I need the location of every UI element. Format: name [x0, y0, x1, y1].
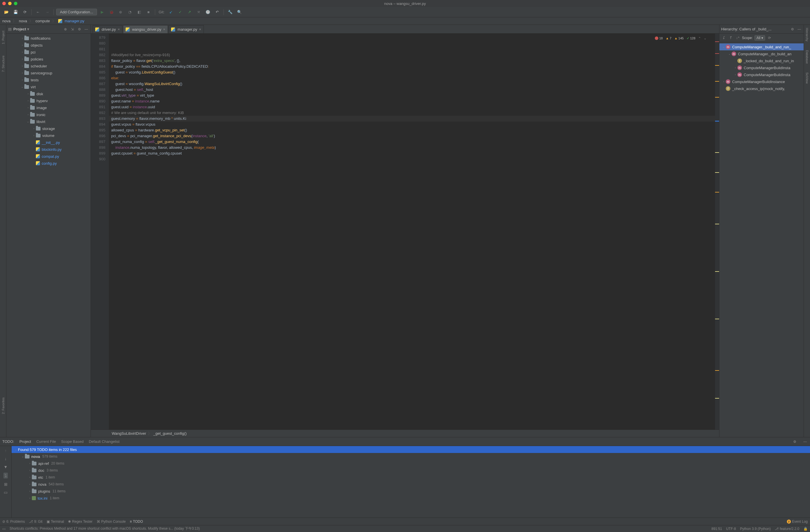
back-icon[interactable]: ←	[34, 8, 42, 16]
tree-row[interactable]: ›servicegroup	[6, 69, 91, 77]
git-history-icon[interactable]: 🕐	[204, 8, 212, 16]
code-line[interactable]: guest.name = instance.name	[111, 98, 715, 104]
todo-tab-changelist[interactable]: Default Changelist	[89, 439, 119, 444]
expander-icon[interactable]: ›	[20, 51, 24, 53]
tree-row[interactable]: ⌄virt	[6, 83, 91, 90]
sort-icon[interactable]: ↓ᴬ	[735, 35, 740, 41]
tool-window-button[interactable]: ▣Terminal	[47, 519, 64, 523]
expander-icon[interactable]: ›	[32, 127, 36, 130]
code-line[interactable]: allowed_cpus = hardware.get_vcpu_pin_set…	[111, 127, 715, 133]
autoscroll-icon[interactable]: ⤵	[3, 473, 8, 479]
save-icon[interactable]: 💾	[12, 8, 20, 16]
down-icon[interactable]: ⌄	[704, 35, 706, 41]
settings-icon[interactable]: ⚙	[790, 27, 795, 32]
code-line[interactable]: flavor_policy = flavor.get('extra_specs'…	[111, 58, 715, 64]
close-tab-icon[interactable]: ✕	[163, 28, 165, 31]
git-push-icon[interactable]: ↗	[185, 8, 193, 16]
hierarchy-tool-tab[interactable]: Hierarchy	[805, 28, 809, 42]
tree-row[interactable]: ›pci	[6, 49, 91, 55]
concurrency-icon[interactable]: ◧	[135, 8, 143, 16]
hierarchy-row[interactable]: ⌄mComputeManager._build_and_run_	[719, 44, 804, 50]
tree-row[interactable]: ›scheduler	[6, 63, 91, 69]
todo-tab-scope[interactable]: Scope Based	[61, 439, 83, 444]
tree-row[interactable]: compat.py	[6, 153, 91, 160]
up-icon[interactable]: ⌃	[698, 35, 701, 41]
project-view-dropdown[interactable]: Project	[13, 27, 29, 31]
tree-row[interactable]: config.py	[6, 160, 91, 167]
tree-row[interactable]: ⌄libvirt	[6, 118, 91, 125]
expander-icon[interactable]: ⌄	[21, 455, 25, 458]
code-line[interactable]: guest.memory = flavor.memory_mb * units.…	[109, 116, 715, 122]
tool-window-button[interactable]: ⊘6: Problems	[2, 519, 25, 523]
code-line[interactable]: guest_numa_config = self._get_guest_numa…	[111, 139, 715, 145]
code-line[interactable]: guest.virt_type = virt_type	[111, 93, 715, 98]
class-crumb[interactable]: WangSuLibvirtDriver	[112, 431, 146, 436]
maximize-window-icon[interactable]	[14, 2, 17, 5]
prev-todo-icon[interactable]: ↑	[5, 448, 7, 453]
filter-icon[interactable]: ▼	[4, 465, 8, 469]
hierarchy-row[interactable]: ›mComputeManagerBuildInstance	[719, 78, 804, 85]
tree-row[interactable]: blockinfo.py	[6, 146, 91, 153]
tree-row[interactable]: ›objects	[6, 42, 91, 49]
todo-row[interactable]: ⌄nova579 items	[12, 453, 810, 460]
todo-row[interactable]: ›plugins11 items	[12, 488, 810, 495]
close-tab-icon[interactable]: ✕	[117, 28, 120, 31]
todo-row[interactable]: ›nova543 items	[12, 481, 810, 488]
refresh-icon[interactable]: ⟳	[767, 35, 772, 41]
search-icon[interactable]: 🔍	[236, 8, 243, 16]
method-crumb[interactable]: _get_guest_config()	[153, 431, 187, 436]
todo-row[interactable]: ›tox.ini1 item	[12, 495, 810, 502]
expander-icon[interactable]: ›	[28, 483, 32, 486]
locate-icon[interactable]: ⊕	[63, 27, 68, 32]
tree-row[interactable]: ›tests	[6, 77, 91, 83]
lock-icon[interactable]: 🔒	[803, 527, 808, 531]
hierarchy-row[interactable]: ›mComputeManagerBuildInsta	[719, 64, 804, 71]
expander-icon[interactable]: ›	[26, 113, 30, 116]
code-line[interactable]: instance.numa_topology, flavor, allowed_…	[111, 145, 715, 150]
tree-row[interactable]: __init__.py	[6, 139, 91, 146]
git-branch[interactable]: ⎇ feature/2.2.0	[775, 527, 799, 531]
scope-dropdown[interactable]: All ▾	[755, 35, 765, 41]
expander-icon[interactable]: ›	[28, 462, 32, 465]
code-line[interactable]: guest.uuid = instance.uuid	[111, 104, 715, 110]
hierarchy-row[interactable]: f_check_access_ip(mock_notify,	[719, 85, 804, 92]
sync-icon[interactable]: ⟳	[21, 8, 29, 16]
interpreter[interactable]: Python 3.9 (Python)	[740, 527, 771, 531]
expander-icon[interactable]: ›	[20, 37, 24, 40]
expander-icon[interactable]: ›	[32, 134, 36, 137]
expander-icon[interactable]: ›	[20, 44, 24, 47]
favorites-tool-tab[interactable]: 2: Favorites	[1, 398, 5, 414]
group-icon[interactable]: ⊞	[4, 482, 7, 486]
expander-icon[interactable]: ›	[28, 490, 32, 493]
database-tool-tab[interactable]: Database	[805, 50, 809, 64]
code-line[interactable]: else:	[111, 75, 715, 81]
hide-icon[interactable]: —	[797, 27, 802, 32]
hierarchy-tree[interactable]: ⌄mComputeManager._build_and_run_⌄mComput…	[719, 42, 804, 437]
settings-icon[interactable]: ⚙	[77, 27, 82, 32]
tool-window-button[interactable]: ⌘Python Console	[97, 519, 126, 523]
hierarchy-row[interactable]: ⌄mComputeManager._do_build_an	[719, 50, 804, 57]
hide-icon[interactable]: —	[803, 439, 808, 444]
expander-icon[interactable]: ›	[20, 71, 24, 75]
run-config-dropdown[interactable]: Add Configuration...	[56, 9, 97, 15]
git-rollback-icon[interactable]: ↶	[213, 8, 221, 16]
expander-icon[interactable]: ›	[28, 476, 32, 479]
tool-window-button[interactable]: ≡TODO	[130, 519, 143, 523]
code-line[interactable]: guest = wsconfig.WangSuLibvirtConfig()	[111, 81, 715, 87]
code-line[interactable]: guest.vcpus = flavor.vcpus	[111, 122, 715, 127]
todo-tab-current[interactable]: Current File	[36, 439, 56, 444]
expander-icon[interactable]: ›	[26, 92, 30, 95]
tool-window-button[interactable]: ✱Regex Tester	[68, 519, 92, 523]
expander-icon[interactable]: ⌄	[722, 46, 726, 48]
breadcrumb-item[interactable]: compute	[35, 19, 50, 23]
expander-icon[interactable]: ›	[722, 80, 726, 83]
ide-menu-icon[interactable]: ▭	[2, 527, 5, 531]
git-commit-icon[interactable]: ✓	[176, 8, 184, 16]
tree-row[interactable]: ›disk	[6, 90, 91, 97]
tree-row[interactable]: ›notifications	[6, 35, 91, 42]
tree-row[interactable]: ›storage	[6, 125, 91, 132]
cursor-position[interactable]: 891:51	[712, 527, 722, 531]
editor-tab[interactable]: wangsu_driver.py✕	[123, 25, 168, 33]
code-line[interactable]: guest.host = self._host	[111, 87, 715, 93]
stop-icon[interactable]: ■	[144, 8, 152, 16]
